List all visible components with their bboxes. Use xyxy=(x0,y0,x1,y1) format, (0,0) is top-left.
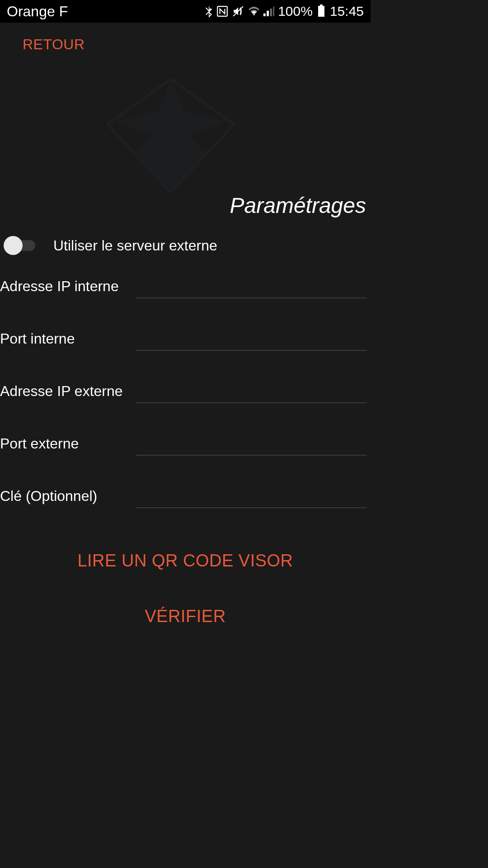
external-server-toggle-label: Utiliser le serveur externe xyxy=(53,237,217,254)
status-bar: Orange F 100% 15:45 xyxy=(0,0,371,23)
svg-marker-2 xyxy=(171,80,224,134)
external-port-row: Port externe xyxy=(0,435,371,456)
svg-marker-3 xyxy=(117,80,171,134)
internal-port-input[interactable] xyxy=(136,330,367,351)
cellular-signal-icon xyxy=(263,6,274,16)
external-server-toggle[interactable] xyxy=(4,236,40,255)
back-button[interactable]: RETOUR xyxy=(0,23,108,62)
status-icons: 100% 15:45 xyxy=(205,4,364,19)
verify-button[interactable]: VÉRIFIER xyxy=(0,595,371,637)
external-ip-label: Adresse IP externe xyxy=(0,383,136,403)
external-ip-input[interactable] xyxy=(136,382,367,403)
nfc-icon xyxy=(216,5,228,17)
key-row: Clé (Optionnel) xyxy=(0,487,371,508)
battery-icon xyxy=(318,6,324,17)
internal-port-row: Port interne xyxy=(0,330,371,351)
bluetooth-icon xyxy=(205,5,213,18)
page-title: Paramétrages xyxy=(0,193,371,218)
external-port-label: Port externe xyxy=(0,435,136,456)
external-port-input[interactable] xyxy=(136,435,367,456)
key-label: Clé (Optionnel) xyxy=(0,488,136,508)
key-input[interactable] xyxy=(136,487,367,508)
carrier-label: Orange F xyxy=(7,3,68,20)
clock: 15:45 xyxy=(330,4,364,19)
internal-ip-input[interactable] xyxy=(136,278,367,298)
external-server-toggle-row: Utiliser le serveur externe xyxy=(0,236,371,255)
wifi-icon xyxy=(248,6,260,16)
internal-port-label: Port interne xyxy=(0,330,136,351)
app-logo xyxy=(80,77,261,194)
scan-qr-button[interactable]: LIRE UN QR CODE VISOR xyxy=(0,540,371,582)
external-ip-row: Adresse IP externe xyxy=(0,382,371,403)
battery-percent: 100% xyxy=(278,4,313,19)
internal-ip-label: Adresse IP interne xyxy=(0,278,136,298)
vibrate-mute-icon xyxy=(232,5,244,17)
internal-ip-row: Adresse IP interne xyxy=(0,278,371,298)
